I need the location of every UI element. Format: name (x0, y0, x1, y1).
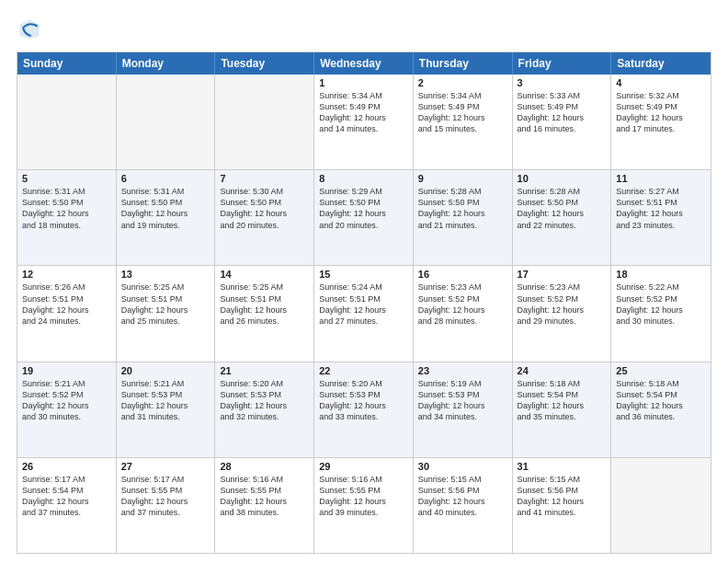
day-info: Sunrise: 5:31 AM Sunset: 5:50 PM Dayligh… (121, 186, 210, 231)
day-number: 24 (518, 365, 607, 376)
day-cell: 31Sunrise: 5:15 AM Sunset: 5:56 PM Dayli… (513, 458, 612, 553)
day-number: 23 (418, 365, 507, 376)
day-cell: 21Sunrise: 5:20 AM Sunset: 5:53 PM Dayli… (215, 362, 314, 457)
day-cell: 5Sunrise: 5:31 AM Sunset: 5:50 PM Daylig… (17, 170, 117, 265)
day-number: 31 (518, 461, 607, 472)
day-number: 13 (121, 269, 210, 280)
week-row-2: 5Sunrise: 5:31 AM Sunset: 5:50 PM Daylig… (17, 169, 711, 265)
day-number: 4 (616, 77, 706, 88)
day-info: Sunrise: 5:28 AM Sunset: 5:50 PM Dayligh… (518, 186, 607, 231)
day-cell: 19Sunrise: 5:21 AM Sunset: 5:52 PM Dayli… (17, 362, 117, 457)
day-number: 6 (121, 173, 210, 184)
day-headers: SundayMondayTuesdayWednesdayThursdayFrid… (17, 52, 711, 75)
day-header-sunday: Sunday (17, 52, 117, 75)
day-info: Sunrise: 5:28 AM Sunset: 5:50 PM Dayligh… (418, 186, 507, 231)
day-number: 1 (319, 77, 408, 88)
day-info: Sunrise: 5:33 AM Sunset: 5:49 PM Dayligh… (518, 90, 607, 135)
day-info: Sunrise: 5:21 AM Sunset: 5:53 PM Dayligh… (121, 378, 210, 423)
day-info: Sunrise: 5:16 AM Sunset: 5:55 PM Dayligh… (319, 474, 408, 519)
day-info: Sunrise: 5:31 AM Sunset: 5:50 PM Dayligh… (22, 186, 111, 231)
day-cell: 11Sunrise: 5:27 AM Sunset: 5:51 PM Dayli… (611, 170, 711, 265)
day-cell: 3Sunrise: 5:33 AM Sunset: 5:49 PM Daylig… (513, 75, 612, 169)
day-info: Sunrise: 5:34 AM Sunset: 5:49 PM Dayligh… (319, 90, 408, 135)
day-number: 16 (418, 269, 507, 280)
day-cell: 24Sunrise: 5:18 AM Sunset: 5:54 PM Dayli… (513, 362, 612, 457)
day-info: Sunrise: 5:23 AM Sunset: 5:52 PM Dayligh… (418, 282, 507, 327)
day-number: 3 (518, 77, 607, 88)
day-number: 7 (220, 173, 309, 184)
day-cell: 29Sunrise: 5:16 AM Sunset: 5:55 PM Dayli… (314, 458, 414, 553)
day-cell: 25Sunrise: 5:18 AM Sunset: 5:54 PM Dayli… (611, 362, 711, 457)
day-number: 19 (22, 365, 111, 376)
day-cell: 14Sunrise: 5:25 AM Sunset: 5:51 PM Dayli… (215, 266, 314, 361)
day-number: 8 (319, 173, 408, 184)
day-header-tuesday: Tuesday (215, 52, 314, 75)
day-number: 28 (220, 461, 309, 472)
day-cell: 15Sunrise: 5:24 AM Sunset: 5:51 PM Dayli… (314, 266, 414, 361)
day-number: 30 (418, 461, 507, 472)
day-info: Sunrise: 5:18 AM Sunset: 5:54 PM Dayligh… (616, 378, 706, 423)
day-cell (117, 75, 216, 169)
day-cell: 8Sunrise: 5:29 AM Sunset: 5:50 PM Daylig… (314, 170, 414, 265)
day-header-wednesday: Wednesday (314, 52, 414, 75)
day-cell: 26Sunrise: 5:17 AM Sunset: 5:54 PM Dayli… (17, 458, 117, 553)
day-info: Sunrise: 5:17 AM Sunset: 5:55 PM Dayligh… (121, 474, 210, 519)
day-cell: 2Sunrise: 5:34 AM Sunset: 5:49 PM Daylig… (414, 75, 513, 169)
day-cell: 7Sunrise: 5:30 AM Sunset: 5:50 PM Daylig… (215, 170, 314, 265)
day-number: 26 (22, 461, 111, 472)
week-row-5: 26Sunrise: 5:17 AM Sunset: 5:54 PM Dayli… (17, 457, 711, 553)
day-header-friday: Friday (513, 52, 612, 75)
day-info: Sunrise: 5:30 AM Sunset: 5:50 PM Dayligh… (220, 186, 309, 231)
day-cell: 20Sunrise: 5:21 AM Sunset: 5:53 PM Dayli… (117, 362, 216, 457)
day-info: Sunrise: 5:24 AM Sunset: 5:51 PM Dayligh… (319, 282, 408, 327)
day-info: Sunrise: 5:15 AM Sunset: 5:56 PM Dayligh… (418, 474, 507, 519)
day-info: Sunrise: 5:27 AM Sunset: 5:51 PM Dayligh… (616, 186, 706, 231)
week-row-4: 19Sunrise: 5:21 AM Sunset: 5:52 PM Dayli… (17, 362, 711, 457)
day-info: Sunrise: 5:17 AM Sunset: 5:54 PM Dayligh… (22, 474, 111, 519)
day-cell: 16Sunrise: 5:23 AM Sunset: 5:52 PM Dayli… (414, 266, 513, 361)
day-cell: 12Sunrise: 5:26 AM Sunset: 5:51 PM Dayli… (17, 266, 117, 361)
day-info: Sunrise: 5:25 AM Sunset: 5:51 PM Dayligh… (121, 282, 210, 327)
day-info: Sunrise: 5:34 AM Sunset: 5:49 PM Dayligh… (418, 90, 507, 135)
day-number: 29 (319, 461, 408, 472)
day-number: 22 (319, 365, 408, 376)
day-cell: 18Sunrise: 5:22 AM Sunset: 5:52 PM Dayli… (611, 266, 711, 361)
week-row-1: 1Sunrise: 5:34 AM Sunset: 5:49 PM Daylig… (17, 75, 711, 169)
day-header-thursday: Thursday (414, 52, 513, 75)
day-cell: 13Sunrise: 5:25 AM Sunset: 5:51 PM Dayli… (117, 266, 216, 361)
day-number: 12 (22, 269, 111, 280)
day-info: Sunrise: 5:20 AM Sunset: 5:53 PM Dayligh… (319, 378, 408, 423)
day-info: Sunrise: 5:26 AM Sunset: 5:51 PM Dayligh… (22, 282, 111, 327)
day-number: 27 (121, 461, 210, 472)
day-cell: 10Sunrise: 5:28 AM Sunset: 5:50 PM Dayli… (513, 170, 612, 265)
day-number: 18 (616, 269, 706, 280)
day-info: Sunrise: 5:21 AM Sunset: 5:52 PM Dayligh… (22, 378, 111, 423)
day-number: 21 (220, 365, 309, 376)
day-cell (611, 458, 711, 553)
day-cell: 27Sunrise: 5:17 AM Sunset: 5:55 PM Dayli… (117, 458, 216, 553)
day-info: Sunrise: 5:16 AM Sunset: 5:55 PM Dayligh… (220, 474, 309, 519)
day-info: Sunrise: 5:15 AM Sunset: 5:56 PM Dayligh… (518, 474, 607, 519)
day-cell: 6Sunrise: 5:31 AM Sunset: 5:50 PM Daylig… (117, 170, 216, 265)
day-number: 20 (121, 365, 210, 376)
day-number: 9 (418, 173, 507, 184)
day-header-saturday: Saturday (611, 52, 711, 75)
day-info: Sunrise: 5:19 AM Sunset: 5:53 PM Dayligh… (418, 378, 507, 423)
day-number: 5 (22, 173, 111, 184)
day-number: 10 (518, 173, 607, 184)
weeks-container: 1Sunrise: 5:34 AM Sunset: 5:49 PM Daylig… (17, 75, 711, 553)
page: SundayMondayTuesdayWednesdayThursdayFrid… (0, 0, 728, 563)
day-number: 2 (418, 77, 507, 88)
logo-icon (17, 17, 42, 42)
day-number: 14 (220, 269, 309, 280)
day-cell (17, 75, 117, 169)
header (17, 17, 711, 42)
week-row-3: 12Sunrise: 5:26 AM Sunset: 5:51 PM Dayli… (17, 265, 711, 361)
day-info: Sunrise: 5:23 AM Sunset: 5:52 PM Dayligh… (518, 282, 607, 327)
day-cell: 22Sunrise: 5:20 AM Sunset: 5:53 PM Dayli… (314, 362, 414, 457)
day-info: Sunrise: 5:18 AM Sunset: 5:54 PM Dayligh… (518, 378, 607, 423)
day-info: Sunrise: 5:22 AM Sunset: 5:52 PM Dayligh… (616, 282, 706, 327)
day-number: 15 (319, 269, 408, 280)
day-cell: 4Sunrise: 5:32 AM Sunset: 5:49 PM Daylig… (611, 75, 711, 169)
day-cell: 23Sunrise: 5:19 AM Sunset: 5:53 PM Dayli… (414, 362, 513, 457)
